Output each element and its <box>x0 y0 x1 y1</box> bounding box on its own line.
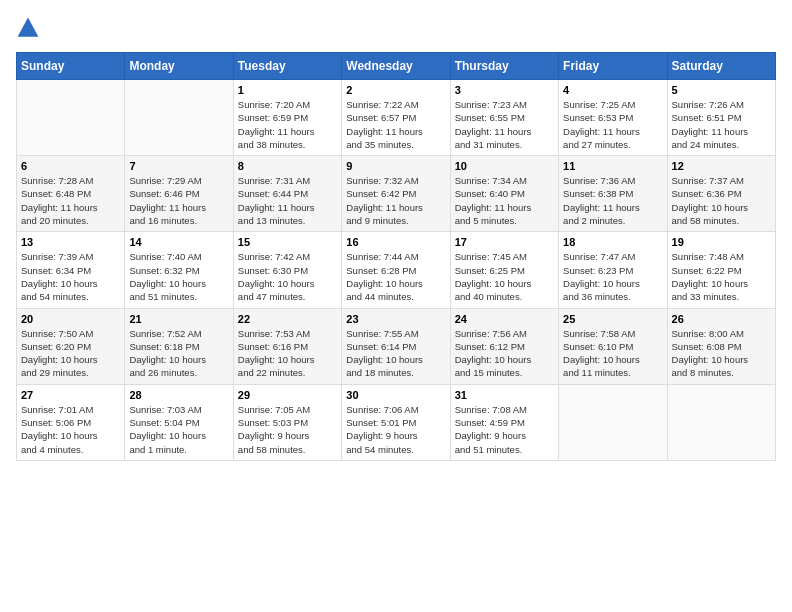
calendar-cell: 29Sunrise: 7:05 AMSunset: 5:03 PMDayligh… <box>233 384 341 460</box>
calendar-cell: 13Sunrise: 7:39 AMSunset: 6:34 PMDayligh… <box>17 232 125 308</box>
calendar-cell: 15Sunrise: 7:42 AMSunset: 6:30 PMDayligh… <box>233 232 341 308</box>
day-info: Sunrise: 7:23 AMSunset: 6:55 PMDaylight:… <box>455 98 554 151</box>
week-row-5: 27Sunrise: 7:01 AMSunset: 5:06 PMDayligh… <box>17 384 776 460</box>
day-number: 12 <box>672 160 771 172</box>
day-number: 13 <box>21 236 120 248</box>
day-info: Sunrise: 7:50 AMSunset: 6:20 PMDaylight:… <box>21 327 120 380</box>
day-info: Sunrise: 7:42 AMSunset: 6:30 PMDaylight:… <box>238 250 337 303</box>
day-info: Sunrise: 7:31 AMSunset: 6:44 PMDaylight:… <box>238 174 337 227</box>
calendar-cell: 14Sunrise: 7:40 AMSunset: 6:32 PMDayligh… <box>125 232 233 308</box>
day-info: Sunrise: 7:37 AMSunset: 6:36 PMDaylight:… <box>672 174 771 227</box>
calendar-table: SundayMondayTuesdayWednesdayThursdayFrid… <box>16 52 776 461</box>
day-number: 26 <box>672 313 771 325</box>
calendar-cell: 10Sunrise: 7:34 AMSunset: 6:40 PMDayligh… <box>450 156 558 232</box>
calendar-cell: 4Sunrise: 7:25 AMSunset: 6:53 PMDaylight… <box>559 80 667 156</box>
day-number: 7 <box>129 160 228 172</box>
week-row-3: 13Sunrise: 7:39 AMSunset: 6:34 PMDayligh… <box>17 232 776 308</box>
day-info: Sunrise: 7:20 AMSunset: 6:59 PMDaylight:… <box>238 98 337 151</box>
day-number: 29 <box>238 389 337 401</box>
day-info: Sunrise: 7:22 AMSunset: 6:57 PMDaylight:… <box>346 98 445 151</box>
day-info: Sunrise: 7:58 AMSunset: 6:10 PMDaylight:… <box>563 327 662 380</box>
calendar-cell: 21Sunrise: 7:52 AMSunset: 6:18 PMDayligh… <box>125 308 233 384</box>
day-info: Sunrise: 7:52 AMSunset: 6:18 PMDaylight:… <box>129 327 228 380</box>
calendar-cell: 8Sunrise: 7:31 AMSunset: 6:44 PMDaylight… <box>233 156 341 232</box>
calendar-cell <box>125 80 233 156</box>
weekday-header-saturday: Saturday <box>667 53 775 80</box>
day-number: 2 <box>346 84 445 96</box>
weekday-header-monday: Monday <box>125 53 233 80</box>
day-info: Sunrise: 7:01 AMSunset: 5:06 PMDaylight:… <box>21 403 120 456</box>
day-info: Sunrise: 7:55 AMSunset: 6:14 PMDaylight:… <box>346 327 445 380</box>
svg-marker-0 <box>18 18 39 37</box>
day-number: 18 <box>563 236 662 248</box>
day-number: 21 <box>129 313 228 325</box>
day-info: Sunrise: 7:47 AMSunset: 6:23 PMDaylight:… <box>563 250 662 303</box>
calendar-cell: 18Sunrise: 7:47 AMSunset: 6:23 PMDayligh… <box>559 232 667 308</box>
calendar-cell <box>17 80 125 156</box>
day-number: 28 <box>129 389 228 401</box>
calendar-cell: 7Sunrise: 7:29 AMSunset: 6:46 PMDaylight… <box>125 156 233 232</box>
day-info: Sunrise: 7:28 AMSunset: 6:48 PMDaylight:… <box>21 174 120 227</box>
week-row-2: 6Sunrise: 7:28 AMSunset: 6:48 PMDaylight… <box>17 156 776 232</box>
logo-icon <box>16 16 40 40</box>
day-number: 24 <box>455 313 554 325</box>
week-row-1: 1Sunrise: 7:20 AMSunset: 6:59 PMDaylight… <box>17 80 776 156</box>
calendar-cell: 27Sunrise: 7:01 AMSunset: 5:06 PMDayligh… <box>17 384 125 460</box>
week-row-4: 20Sunrise: 7:50 AMSunset: 6:20 PMDayligh… <box>17 308 776 384</box>
day-number: 23 <box>346 313 445 325</box>
weekday-header-wednesday: Wednesday <box>342 53 450 80</box>
calendar-cell: 28Sunrise: 7:03 AMSunset: 5:04 PMDayligh… <box>125 384 233 460</box>
day-number: 6 <box>21 160 120 172</box>
calendar-cell: 2Sunrise: 7:22 AMSunset: 6:57 PMDaylight… <box>342 80 450 156</box>
day-number: 14 <box>129 236 228 248</box>
day-number: 3 <box>455 84 554 96</box>
day-number: 9 <box>346 160 445 172</box>
day-info: Sunrise: 7:08 AMSunset: 4:59 PMDaylight:… <box>455 403 554 456</box>
day-info: Sunrise: 7:44 AMSunset: 6:28 PMDaylight:… <box>346 250 445 303</box>
day-number: 31 <box>455 389 554 401</box>
calendar-cell: 17Sunrise: 7:45 AMSunset: 6:25 PMDayligh… <box>450 232 558 308</box>
calendar-cell: 30Sunrise: 7:06 AMSunset: 5:01 PMDayligh… <box>342 384 450 460</box>
day-info: Sunrise: 7:25 AMSunset: 6:53 PMDaylight:… <box>563 98 662 151</box>
day-number: 1 <box>238 84 337 96</box>
day-info: Sunrise: 7:26 AMSunset: 6:51 PMDaylight:… <box>672 98 771 151</box>
weekday-header-sunday: Sunday <box>17 53 125 80</box>
day-number: 4 <box>563 84 662 96</box>
day-number: 5 <box>672 84 771 96</box>
day-number: 19 <box>672 236 771 248</box>
calendar-cell: 25Sunrise: 7:58 AMSunset: 6:10 PMDayligh… <box>559 308 667 384</box>
day-info: Sunrise: 7:45 AMSunset: 6:25 PMDaylight:… <box>455 250 554 303</box>
day-info: Sunrise: 7:06 AMSunset: 5:01 PMDaylight:… <box>346 403 445 456</box>
calendar-cell: 20Sunrise: 7:50 AMSunset: 6:20 PMDayligh… <box>17 308 125 384</box>
calendar-cell: 5Sunrise: 7:26 AMSunset: 6:51 PMDaylight… <box>667 80 775 156</box>
calendar-cell: 24Sunrise: 7:56 AMSunset: 6:12 PMDayligh… <box>450 308 558 384</box>
day-info: Sunrise: 8:00 AMSunset: 6:08 PMDaylight:… <box>672 327 771 380</box>
day-info: Sunrise: 7:29 AMSunset: 6:46 PMDaylight:… <box>129 174 228 227</box>
day-info: Sunrise: 7:34 AMSunset: 6:40 PMDaylight:… <box>455 174 554 227</box>
calendar-cell: 11Sunrise: 7:36 AMSunset: 6:38 PMDayligh… <box>559 156 667 232</box>
day-info: Sunrise: 7:56 AMSunset: 6:12 PMDaylight:… <box>455 327 554 380</box>
calendar-cell: 26Sunrise: 8:00 AMSunset: 6:08 PMDayligh… <box>667 308 775 384</box>
calendar-cell: 23Sunrise: 7:55 AMSunset: 6:14 PMDayligh… <box>342 308 450 384</box>
calendar-cell <box>667 384 775 460</box>
day-info: Sunrise: 7:48 AMSunset: 6:22 PMDaylight:… <box>672 250 771 303</box>
calendar-cell: 1Sunrise: 7:20 AMSunset: 6:59 PMDaylight… <box>233 80 341 156</box>
day-number: 15 <box>238 236 337 248</box>
calendar-cell: 9Sunrise: 7:32 AMSunset: 6:42 PMDaylight… <box>342 156 450 232</box>
day-number: 30 <box>346 389 445 401</box>
day-number: 20 <box>21 313 120 325</box>
day-number: 22 <box>238 313 337 325</box>
page-header <box>16 16 776 40</box>
day-number: 17 <box>455 236 554 248</box>
calendar-cell: 19Sunrise: 7:48 AMSunset: 6:22 PMDayligh… <box>667 232 775 308</box>
calendar-cell: 16Sunrise: 7:44 AMSunset: 6:28 PMDayligh… <box>342 232 450 308</box>
calendar-cell: 12Sunrise: 7:37 AMSunset: 6:36 PMDayligh… <box>667 156 775 232</box>
day-info: Sunrise: 7:03 AMSunset: 5:04 PMDaylight:… <box>129 403 228 456</box>
day-info: Sunrise: 7:36 AMSunset: 6:38 PMDaylight:… <box>563 174 662 227</box>
day-info: Sunrise: 7:39 AMSunset: 6:34 PMDaylight:… <box>21 250 120 303</box>
weekday-header-friday: Friday <box>559 53 667 80</box>
day-number: 27 <box>21 389 120 401</box>
weekday-header-row: SundayMondayTuesdayWednesdayThursdayFrid… <box>17 53 776 80</box>
weekday-header-thursday: Thursday <box>450 53 558 80</box>
calendar-cell: 6Sunrise: 7:28 AMSunset: 6:48 PMDaylight… <box>17 156 125 232</box>
